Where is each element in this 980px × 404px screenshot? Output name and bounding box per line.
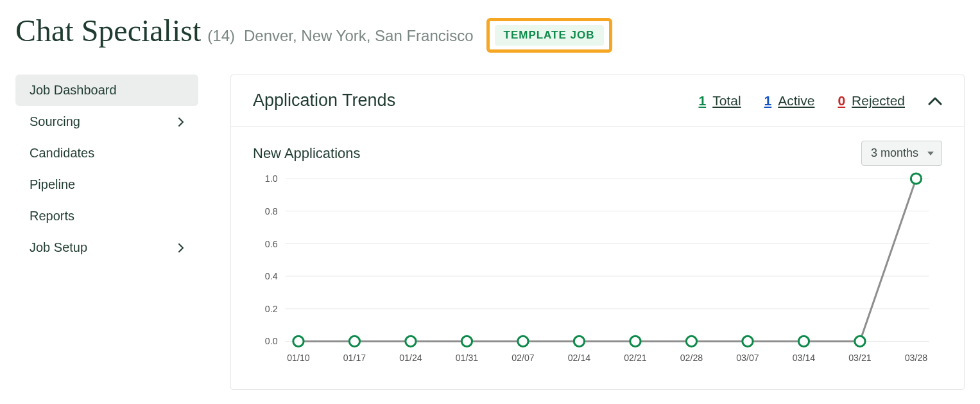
data-line (298, 179, 916, 341)
x-tick-label: 01/17 (343, 353, 366, 363)
sidebar-item-job-dashboard[interactable]: Job Dashboard (15, 75, 198, 106)
date-range-value: 3 months (871, 146, 918, 159)
application-trends-panel: Application Trends 1Total1Active0Rejecte… (230, 75, 965, 390)
collapse-panel-button[interactable] (928, 96, 942, 105)
x-tick-label: 03/07 (736, 353, 759, 363)
job-locations: Denver, New York, San Francisco (244, 27, 474, 45)
sidebar: Job DashboardSourcingCandidatesPipelineR… (15, 75, 198, 263)
metric-rejected[interactable]: 0Rejected (838, 93, 905, 109)
metric-number: 1 (699, 93, 707, 109)
data-point (855, 336, 865, 346)
date-range-select[interactable]: 3 months (861, 141, 942, 166)
data-point (743, 336, 753, 346)
template-job-badge: TEMPLATE JOB (495, 25, 604, 46)
data-point (798, 336, 809, 346)
applications-chart: 0.00.20.40.60.81.001/1001/1701/2401/3102… (253, 172, 942, 367)
x-tick-label: 03/21 (848, 353, 872, 363)
x-tick-label: 01/10 (287, 353, 310, 363)
x-tick-label: 01/24 (399, 353, 422, 363)
y-tick-label: 0.2 (265, 304, 278, 314)
chart-title: New Applications (253, 145, 361, 162)
job-title: Chat Specialist (15, 13, 201, 48)
sidebar-item-reports[interactable]: Reports (15, 200, 198, 232)
sidebar-item-candidates[interactable]: Candidates (15, 137, 198, 169)
data-point (574, 336, 584, 346)
metric-active[interactable]: 1Active (764, 93, 815, 109)
y-tick-label: 0.6 (265, 239, 278, 249)
metric-number: 0 (838, 93, 845, 109)
sidebar-item-label: Sourcing (30, 114, 80, 129)
data-point (630, 336, 640, 346)
template-job-highlight: TEMPLATE JOB (486, 18, 612, 53)
y-tick-label: 0.0 (265, 336, 278, 346)
metric-number: 1 (764, 93, 772, 109)
x-tick-label: 03/28 (905, 353, 928, 363)
x-tick-label: 03/14 (793, 353, 816, 363)
data-point (911, 173, 921, 184)
x-tick-label: 02/07 (511, 353, 535, 363)
y-tick-label: 0.8 (265, 206, 278, 216)
y-tick-label: 0.4 (265, 271, 278, 281)
sidebar-item-pipeline[interactable]: Pipeline (15, 169, 198, 200)
sidebar-item-label: Job Dashboard (30, 83, 117, 98)
x-tick-label: 02/28 (680, 353, 703, 363)
panel-metrics: 1Total1Active0Rejected (699, 93, 943, 109)
x-tick-label: 01/31 (456, 353, 479, 363)
x-tick-label: 02/14 (568, 353, 591, 363)
job-count: (14) (207, 27, 235, 45)
data-point (349, 336, 359, 346)
sidebar-item-label: Pipeline (30, 177, 75, 192)
chevron-right-icon (178, 117, 184, 127)
panel-header: Application Trends 1Total1Active0Rejecte… (231, 75, 964, 127)
metric-total[interactable]: 1Total (699, 93, 741, 109)
sidebar-item-sourcing[interactable]: Sourcing (15, 106, 198, 137)
data-point (518, 336, 528, 346)
chart-area: New Applications 3 months 0.00.20.40.60.… (231, 127, 964, 389)
x-tick-label: 02/21 (624, 353, 647, 363)
page-header: Chat Specialist (14) Denver, New York, S… (0, 0, 980, 75)
metric-label: Rejected (852, 93, 905, 109)
sidebar-item-label: Candidates (30, 146, 94, 161)
panel-title: Application Trends (253, 91, 395, 110)
sidebar-item-job-setup[interactable]: Job Setup (15, 232, 198, 263)
metric-label: Total (712, 93, 741, 109)
metric-label: Active (778, 93, 814, 109)
sidebar-item-label: Reports (30, 209, 74, 224)
chevron-right-icon (178, 243, 184, 253)
data-point (686, 336, 696, 346)
sidebar-item-label: Job Setup (30, 240, 87, 255)
y-tick-label: 1.0 (265, 173, 278, 184)
data-point (406, 336, 416, 346)
data-point (461, 336, 472, 346)
data-point (293, 336, 304, 346)
